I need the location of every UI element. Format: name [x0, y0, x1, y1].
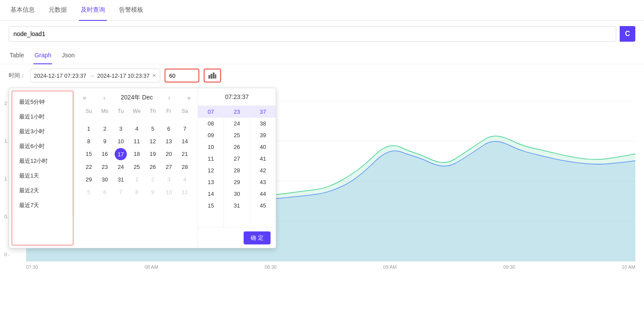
cal-day-27[interactable]: 27 — [161, 161, 176, 173]
min-29[interactable]: 29 — [224, 176, 250, 188]
calendar-title: 2024年 Dec — [121, 94, 153, 102]
cal-day-19[interactable]: 19 — [145, 148, 160, 160]
min-31[interactable]: 31 — [224, 200, 250, 211]
cal-day-31[interactable]: 31 — [113, 174, 129, 185]
cal-day-5[interactable]: 5 — [145, 123, 160, 135]
min-28[interactable]: 28 — [224, 165, 250, 176]
cal-day-8[interactable]: 8 — [81, 135, 96, 147]
cal-day-12[interactable]: 12 — [145, 135, 160, 147]
min-23[interactable]: 23 — [224, 106, 250, 118]
sec-43[interactable]: 43 — [250, 176, 276, 188]
cal-day-15[interactable]: 15 — [81, 148, 96, 160]
minutes-column[interactable]: 23 24 25 26 27 28 29 30 31 — [224, 106, 250, 228]
hour-10[interactable]: 10 — [198, 141, 224, 153]
min-30[interactable]: 30 — [224, 188, 250, 200]
hour-15[interactable]: 15 — [198, 200, 224, 211]
sub-tab-json[interactable]: Json — [61, 47, 76, 64]
cal-day-next-4: 4 — [177, 174, 192, 185]
tab-metadata[interactable]: 元数据 — [47, 0, 69, 21]
cal-day-13[interactable]: 13 — [161, 135, 176, 147]
sub-tab-graph[interactable]: Graph — [33, 47, 52, 64]
hour-07[interactable]: 07 — [198, 106, 224, 118]
time-columns: 07 08 09 10 11 12 13 14 15 23 24 25 26 2… — [198, 106, 276, 228]
hour-13[interactable]: 13 — [198, 176, 224, 188]
cal-day-10[interactable]: 10 — [113, 135, 129, 147]
hour-08[interactable]: 08 — [198, 118, 224, 129]
time-picker-panel: 07:23:37 07 08 09 10 11 12 13 14 15 23 — [198, 88, 276, 248]
hour-14[interactable]: 14 — [198, 188, 224, 200]
quick-item-12h[interactable]: 最近12小时 — [12, 154, 73, 168]
cal-day-9[interactable]: 9 — [97, 135, 112, 147]
cal-day-20[interactable]: 20 — [161, 148, 176, 160]
cal-day-1[interactable]: 1 — [81, 123, 96, 135]
hour-11[interactable]: 11 — [198, 153, 224, 165]
tab-basic-info[interactable]: 基本信息 — [9, 0, 36, 21]
cal-day-17-today[interactable]: 17 — [115, 148, 127, 160]
cal-day-6[interactable]: 6 — [161, 123, 176, 135]
hour-09[interactable]: 09 — [198, 129, 224, 141]
query-execute-button[interactable]: C — [620, 26, 635, 42]
query-input[interactable] — [9, 26, 616, 42]
sec-45[interactable]: 45 — [250, 200, 276, 211]
chart-type-button[interactable] — [204, 69, 221, 82]
cal-day-next-8: 8 — [129, 186, 145, 198]
quick-item-2d[interactable]: 最近2天 — [12, 183, 73, 198]
min-27[interactable]: 27 — [224, 153, 250, 165]
tab-alert-template[interactable]: 告警模板 — [117, 0, 145, 21]
next-month-button[interactable]: › — [166, 93, 172, 102]
confirm-button[interactable]: 确 定 — [244, 231, 271, 244]
cal-day-26[interactable]: 26 — [145, 161, 160, 173]
hours-column[interactable]: 07 08 09 10 11 12 13 14 15 — [198, 106, 224, 228]
sec-37[interactable]: 37 — [250, 106, 276, 118]
cal-day-14[interactable]: 14 — [177, 135, 192, 147]
clear-button[interactable]: ✕ — [152, 73, 156, 79]
time-range-picker[interactable]: 2024-12-17 07:23:37 → 2024-12-17 10:23:3… — [30, 69, 160, 82]
cal-day-23[interactable]: 23 — [97, 161, 112, 173]
step-input[interactable] — [165, 69, 199, 82]
sec-41[interactable]: 41 — [250, 153, 276, 165]
cal-day-24[interactable]: 24 — [113, 161, 129, 173]
prev-month-button[interactable]: ‹ — [102, 93, 107, 102]
prev-year-button[interactable]: « — [81, 93, 88, 102]
cal-day-3[interactable]: 3 — [113, 123, 129, 135]
cal-day-11[interactable]: 11 — [129, 135, 145, 147]
sub-tab-table[interactable]: Table — [9, 47, 25, 64]
cal-day-22[interactable]: 22 — [81, 161, 96, 173]
next-year-button[interactable]: » — [185, 93, 192, 102]
min-26[interactable]: 26 — [224, 141, 250, 153]
cal-day-18[interactable]: 18 — [129, 148, 145, 160]
cal-day-21[interactable]: 21 — [177, 148, 192, 160]
min-25[interactable]: 25 — [224, 129, 250, 141]
svg-rect-0 — [208, 75, 210, 79]
quick-item-5min[interactable]: 最近5分钟 — [12, 95, 73, 109]
cal-day-7[interactable]: 7 — [177, 123, 192, 135]
arrow-icon: → — [89, 73, 95, 79]
main-content: 时间： 2024-12-17 07:23:37 → 2024-12-17 10:… — [0, 64, 644, 279]
cal-day-29[interactable]: 29 — [81, 174, 96, 185]
sec-42[interactable]: 42 — [250, 165, 276, 176]
cal-day-next-7: 7 — [113, 186, 129, 198]
cal-day-16[interactable]: 16 — [97, 148, 112, 160]
cal-day-28[interactable]: 28 — [177, 161, 192, 173]
quick-item-1d[interactable]: 最近1天 — [12, 168, 73, 183]
sec-40[interactable]: 40 — [250, 141, 276, 153]
seconds-column[interactable]: 37 38 39 40 41 42 43 44 45 — [250, 106, 276, 228]
cal-day-4[interactable]: 4 — [129, 123, 145, 135]
sec-44[interactable]: 44 — [250, 188, 276, 200]
sec-39[interactable]: 39 — [250, 129, 276, 141]
cal-day-25[interactable]: 25 — [129, 161, 145, 173]
sec-38[interactable]: 38 — [250, 118, 276, 129]
svg-rect-3 — [215, 74, 216, 79]
quick-item-3h[interactable]: 最近3小时 — [12, 124, 73, 139]
quick-item-7d[interactable]: 最近7天 — [12, 198, 73, 213]
quick-item-1h[interactable]: 最近1小时 — [12, 109, 73, 124]
min-24[interactable]: 24 — [224, 118, 250, 129]
cal-day-2[interactable]: 2 — [97, 123, 112, 135]
cal-day-30[interactable]: 30 — [97, 174, 112, 185]
bar-chart-icon — [208, 73, 216, 79]
hour-12[interactable]: 12 — [198, 165, 224, 176]
tab-realtime-query[interactable]: 及时查询 — [79, 0, 107, 21]
calendar-grid: Su Mo Tu We Th Fr Sa 1 2 3 4 5 — [81, 106, 192, 198]
quick-item-6h[interactable]: 最近6小时 — [12, 139, 73, 154]
cal-day-next-10: 10 — [161, 186, 176, 198]
